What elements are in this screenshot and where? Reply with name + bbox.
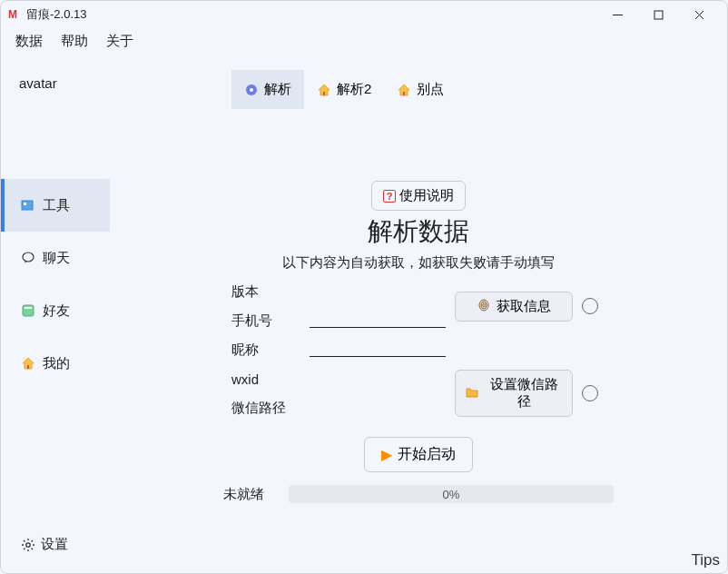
sidebar-settings[interactable]: 设置 xyxy=(1,536,110,553)
help-button-label: 使用说明 xyxy=(399,187,454,204)
svg-rect-25 xyxy=(403,92,405,95)
main: 解析 解析2 别点 ? 使用说明 解析数据 以下内容为自动获取 xyxy=(110,54,727,573)
sidebar: avatar 工具 聊天 好友 我的 xyxy=(1,54,110,573)
start-button-label: 开始启动 xyxy=(398,445,456,464)
tools-icon xyxy=(21,198,35,213)
tab-label: 解析 xyxy=(264,81,291,98)
fingerprint-icon xyxy=(477,298,491,315)
radio-set-path[interactable] xyxy=(582,385,598,401)
avatar-label: avatar xyxy=(1,61,110,106)
svg-point-28 xyxy=(483,303,485,307)
tab-parse2[interactable]: 解析2 xyxy=(304,70,384,109)
question-icon: ? xyxy=(383,190,396,203)
svg-line-16 xyxy=(24,540,25,542)
menu-about[interactable]: 关于 xyxy=(97,29,143,54)
get-info-button[interactable]: 获取信息 xyxy=(455,292,573,322)
set-path-button[interactable]: 设置微信路径 xyxy=(455,370,573,417)
input-phone[interactable] xyxy=(310,308,446,328)
tabs: 解析 解析2 别点 xyxy=(231,70,457,109)
label-wxid: wxid xyxy=(228,366,300,391)
svg-rect-7 xyxy=(23,305,34,316)
label-version: 版本 xyxy=(228,279,300,304)
sidebar-item-friends[interactable]: 好友 xyxy=(1,284,110,337)
play-icon: ▶ xyxy=(381,446,392,463)
progress-row: 未就绪 0% xyxy=(223,485,614,503)
progress-bar: 0% xyxy=(289,485,614,503)
svg-line-19 xyxy=(32,540,34,542)
form: 版本 获取信息 手机号 昵称 wxid xyxy=(110,279,727,421)
home-icon xyxy=(397,83,411,97)
window-controls xyxy=(597,1,720,28)
tab-label: 别点 xyxy=(417,81,444,98)
panel-subtitle: 以下内容为自动获取，如获取失败请手动填写 xyxy=(282,254,555,272)
disc-icon xyxy=(244,83,259,97)
svg-rect-4 xyxy=(22,201,33,210)
start-button[interactable]: ▶ 开始启动 xyxy=(364,437,473,472)
svg-point-6 xyxy=(23,252,34,262)
svg-point-11 xyxy=(26,542,30,546)
progress-status: 未就绪 xyxy=(223,486,278,503)
chat-icon xyxy=(21,251,35,265)
sidebar-item-tools[interactable]: 工具 xyxy=(1,179,110,232)
maximize-button[interactable] xyxy=(638,1,679,28)
sidebar-item-chat[interactable]: 聊天 xyxy=(1,232,110,284)
settings-label: 设置 xyxy=(41,536,68,553)
tab-parse[interactable]: 解析 xyxy=(231,70,304,109)
panel-title: 解析数据 xyxy=(368,214,469,249)
sidebar-item-mine[interactable]: 我的 xyxy=(1,337,110,390)
help-button[interactable]: ? 使用说明 xyxy=(371,181,466,211)
gear-icon xyxy=(21,538,35,552)
sidebar-item-label: 聊天 xyxy=(43,250,70,267)
sidebar-item-label: 我的 xyxy=(43,355,70,372)
get-info-label: 获取信息 xyxy=(497,298,551,315)
sidebar-item-label: 工具 xyxy=(43,197,70,214)
app-logo-icon: M xyxy=(8,8,21,21)
label-phone: 手机号 xyxy=(228,308,300,333)
tab-dont-click[interactable]: 别点 xyxy=(384,70,457,109)
sidebar-item-label: 好友 xyxy=(43,302,70,320)
set-path-label: 设置微信路径 xyxy=(485,376,563,411)
window-title: 留痕-2.0.13 xyxy=(26,6,86,23)
body: avatar 工具 聊天 好友 我的 xyxy=(1,54,727,573)
svg-point-21 xyxy=(250,88,253,92)
minimize-button[interactable] xyxy=(597,1,638,28)
home-icon xyxy=(317,83,331,97)
svg-rect-1 xyxy=(654,11,663,19)
label-nickname: 昵称 xyxy=(228,337,300,362)
home-icon xyxy=(21,356,35,371)
value-wxid xyxy=(310,366,446,391)
svg-point-27 xyxy=(481,302,487,309)
friends-icon xyxy=(21,303,35,318)
menu-help[interactable]: 帮助 xyxy=(52,29,97,54)
value-version xyxy=(310,279,446,304)
progress-text: 0% xyxy=(443,488,460,501)
panel-parse: ? 使用说明 解析数据 以下内容为自动获取，如获取失败请手动填写 版本 获取信息… xyxy=(110,181,727,503)
input-nickname[interactable] xyxy=(310,337,446,357)
radio-get-info[interactable] xyxy=(582,298,598,314)
close-button[interactable] xyxy=(679,1,720,28)
svg-line-18 xyxy=(24,548,25,549)
tab-label: 解析2 xyxy=(337,81,371,98)
menu-data[interactable]: 数据 xyxy=(6,29,52,54)
svg-rect-10 xyxy=(27,365,29,369)
label-wxpath: 微信路径 xyxy=(228,395,300,421)
tips-link[interactable]: Tips xyxy=(692,551,721,569)
svg-rect-8 xyxy=(25,307,32,309)
svg-line-17 xyxy=(32,548,34,549)
title-bar: M 留痕-2.0.13 xyxy=(1,1,727,28)
folder-icon xyxy=(465,385,479,402)
svg-rect-5 xyxy=(24,203,26,205)
menu-bar: 数据 帮助 关于 xyxy=(1,28,727,54)
value-wxpath xyxy=(310,395,446,421)
svg-rect-23 xyxy=(323,92,325,95)
